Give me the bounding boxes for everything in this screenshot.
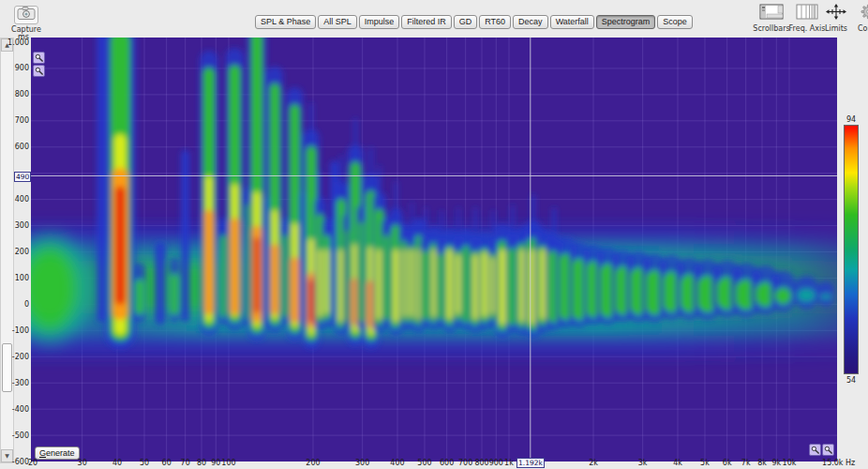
- colorbar: [844, 125, 859, 374]
- contr-button[interactable]: Contr: [849, 4, 868, 33]
- freq-axis-icon: [796, 4, 818, 23]
- freq-axis-button[interactable]: Freq. Axis: [789, 4, 825, 33]
- zoom-handle-icon[interactable]: [33, 65, 45, 77]
- toolbar-button-label: Limits: [825, 24, 847, 33]
- vertical-scrollbar[interactable]: ▲ ▼: [0, 38, 14, 463]
- toolbar-button-label: Freq. Axis: [789, 24, 826, 33]
- scrollbar-thumb[interactable]: [2, 343, 12, 392]
- toolbar-right-buttons: ScrollbarsFreq. AxisLimitsContr: [0, 4, 868, 36]
- spectrogram-plot[interactable]: Generate: [31, 38, 837, 461]
- limits-icon: [826, 4, 846, 23]
- colorbar-min-label: 54: [838, 376, 864, 385]
- cursor-time-readout: 490: [14, 172, 31, 182]
- toolbar-button-label: Contr: [858, 24, 868, 33]
- time-axis-zoom-handles: [33, 52, 45, 77]
- generate-button[interactable]: Generate: [35, 446, 80, 460]
- toolbar-button-label: Scrollbars: [753, 24, 789, 33]
- toolbar: Capture SPL & PhaseAll SPLImpulseFiltere…: [0, 0, 868, 38]
- scroll-up-arrow[interactable]: ▲: [1, 38, 13, 52]
- zoom-handle-icon[interactable]: [33, 52, 45, 64]
- gear-icon: [861, 4, 868, 23]
- zoom-handle-icon[interactable]: [822, 444, 834, 456]
- colorbar-max-label: 94: [838, 115, 864, 124]
- scroll-down-arrow[interactable]: ▼: [1, 449, 13, 462]
- rew-spectrogram-window: Capture SPL & PhaseAll SPLImpulseFiltere…: [0, 0, 868, 469]
- freq-axis-zoom-handles: [809, 444, 834, 456]
- spectrogram-canvas[interactable]: [31, 38, 837, 461]
- scrollbars-button[interactable]: Scrollbars: [753, 4, 790, 33]
- zoom-handle-icon[interactable]: [809, 444, 821, 456]
- scrollbars-icon: [759, 4, 784, 23]
- limits-button[interactable]: Limits: [824, 4, 848, 33]
